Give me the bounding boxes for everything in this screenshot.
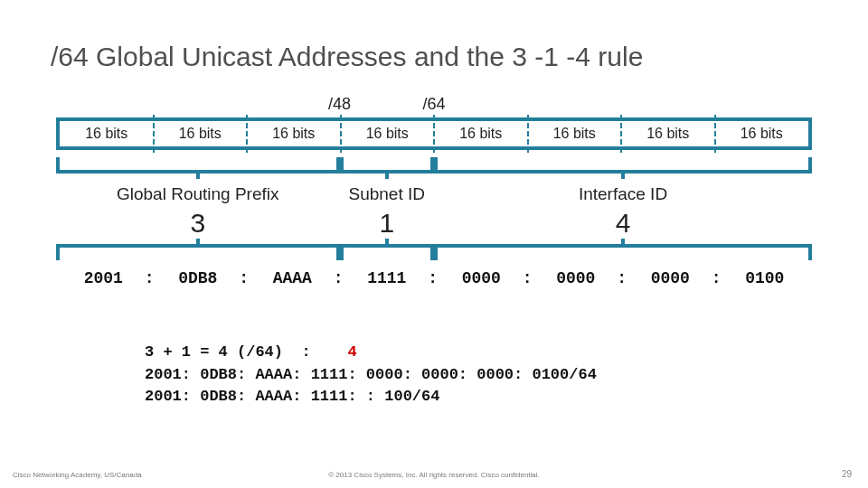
brace-hex-grp	[56, 244, 340, 260]
brace-hex-subnet	[340, 244, 435, 260]
hex-cell: 0100:	[718, 269, 813, 287]
hex-cell: 0000:	[529, 269, 624, 287]
footer-left: Cisco Networking Academy, US/Canada	[13, 471, 142, 479]
brace-global-routing-prefix	[56, 157, 340, 174]
hex-cell: 0DB8:	[151, 269, 246, 287]
page-number: 29	[842, 469, 852, 479]
summary-line-2: 2001: 0DB8: AAAA: 1111: 0000: 0000: 0000…	[145, 364, 597, 387]
brace-subnet-id	[340, 157, 435, 174]
hex-row: 2001: 0DB8: AAAA: 1111: 0000: 0000: 0000…	[56, 269, 812, 287]
prefix-64-label: /64	[422, 95, 445, 114]
hex-cell: AAAA:	[245, 269, 340, 287]
bits-row: 16 bits 16 bits 16 bits 16 bits 16 bits …	[56, 117, 812, 150]
label-global-routing-prefix: Global Routing Prefix	[117, 184, 279, 204]
footer-copyright: © 2013 Cisco Systems, Inc. All rights re…	[328, 471, 540, 479]
hex-cell: 1111:	[340, 269, 435, 287]
summary-line-3: 2001: 0DB8: AAAA: 1111: : 100/64	[145, 386, 597, 408]
page-title: /64 Global Unicast Addresses and the 3 -…	[51, 42, 643, 72]
bits-cell: 16 bits	[621, 121, 715, 146]
hex-cell: 2001:	[56, 269, 151, 287]
summary-line-1: 3 + 1 = 4 (/64) : 4	[145, 342, 597, 364]
label-subnet-id: Subnet ID	[349, 184, 426, 204]
prefix-48-label: /48	[328, 95, 351, 114]
bits-cell: 16 bits	[715, 121, 809, 146]
brace-hex-iid	[434, 244, 812, 260]
bits-cell: 16 bits	[341, 121, 435, 146]
summary-red-4: 4	[347, 343, 356, 361]
label-interface-id: Interface ID	[579, 184, 667, 204]
bits-cell: 16 bits	[434, 121, 528, 146]
summary-block: 3 + 1 = 4 (/64) : 4 2001: 0DB8: AAAA: 11…	[145, 342, 597, 408]
bits-cell: 16 bits	[60, 121, 154, 146]
diagram: /48 /64 16 bits 16 bits 16 bits 16 bits …	[56, 117, 812, 150]
hex-cell: 0000:	[434, 269, 529, 287]
bits-cell: 16 bits	[154, 121, 248, 146]
rule-number-1: 1	[379, 208, 394, 239]
brace-interface-id	[434, 157, 812, 174]
bits-cell: 16 bits	[247, 121, 341, 146]
rule-number-3: 3	[190, 208, 205, 239]
rule-number-4: 4	[616, 208, 631, 239]
hex-cell: 0000:	[623, 269, 718, 287]
bits-cell: 16 bits	[528, 121, 622, 146]
